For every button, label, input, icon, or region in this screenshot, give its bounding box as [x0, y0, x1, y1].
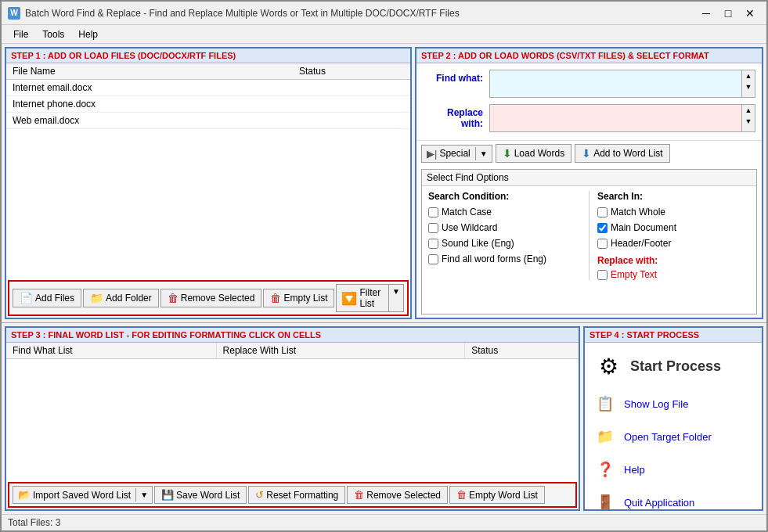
- step3-header: STEP 3 : FINAL WORD LIST - FOR EDITING F…: [6, 328, 579, 343]
- special-main[interactable]: ▶| Special: [422, 146, 475, 162]
- use-wildcard-row: Use Wildcard: [428, 222, 581, 233]
- load-words-button[interactable]: ⬇ Load Words: [496, 144, 571, 163]
- match-case-label: Match Case: [442, 207, 492, 217]
- title-bar-controls: ─ □ ✕: [696, 5, 760, 21]
- file-name-cell: Internet email.docx: [6, 80, 293, 96]
- find-scroll-down[interactable]: ▼: [742, 81, 755, 92]
- find-what-input-wrap: ▲ ▼: [489, 70, 755, 98]
- empty-text-checkbox[interactable]: [597, 270, 608, 280]
- empty-text-label: Empty Text: [611, 269, 657, 280]
- open-target-label: Open Target Folder: [624, 431, 712, 443]
- header-footer-label: Header/Footer: [611, 238, 671, 249]
- status-bar: Total Files: 3: [2, 514, 766, 530]
- match-whole-row: Match Whole: [597, 207, 750, 217]
- import-saved-word-list-button[interactable]: 📂 Import Saved Word List ▼: [13, 486, 153, 504]
- replace-with-row: Replace with: ▲ ▼: [423, 104, 755, 132]
- step2-header: STEP 2 : ADD OR LOAD WORDS (CSV/TXT FILE…: [416, 49, 762, 63]
- special-dropdown-arrow[interactable]: ▼: [475, 147, 492, 160]
- match-whole-label: Match Whole: [611, 207, 665, 217]
- step3-remove-icon: 🗑: [354, 489, 364, 501]
- filter-list-arrow[interactable]: ▼: [388, 285, 403, 311]
- start-process-item[interactable]: ⚙ Start Process: [591, 347, 755, 385]
- find-all-forms-label: Find all word forms (Eng): [442, 253, 546, 264]
- empty-list-button[interactable]: 🗑 Empty List: [263, 289, 334, 307]
- import-dropdown-arrow[interactable]: ▼: [135, 488, 152, 501]
- add-folder-icon: 📁: [90, 292, 103, 304]
- find-scroll-up[interactable]: ▲: [742, 70, 755, 81]
- search-condition-col: Search Condition: Match Case Use Wildcar…: [428, 191, 581, 280]
- quit-icon: 🚪: [593, 490, 618, 515]
- empty-word-list-button[interactable]: 🗑 Empty Word List: [449, 486, 545, 504]
- col-replace-with: Replace With List: [216, 343, 465, 359]
- empty-text-row: Empty Text: [597, 269, 750, 280]
- close-button[interactable]: ✕: [740, 5, 760, 21]
- sound-like-checkbox[interactable]: [428, 239, 438, 249]
- show-log-label: Show Log File: [624, 398, 688, 410]
- find-all-forms-row: Find all word forms (Eng): [428, 253, 581, 264]
- import-main[interactable]: 📂 Import Saved Word List: [13, 487, 135, 503]
- app-icon: W: [8, 7, 20, 20]
- save-word-list-button[interactable]: 💾 Save Word List: [154, 486, 247, 504]
- step3-remove-selected-button[interactable]: 🗑 Remove Selected: [347, 486, 448, 504]
- header-footer-checkbox[interactable]: [597, 239, 608, 249]
- main-doc-row: Main Document: [597, 222, 750, 233]
- file-row[interactable]: Internet phone.docx: [6, 96, 410, 113]
- find-all-forms-checkbox[interactable]: [428, 254, 438, 264]
- find-options-header: Select Find Options: [422, 170, 756, 186]
- match-whole-checkbox[interactable]: [597, 207, 608, 217]
- minimize-button[interactable]: ─: [696, 5, 716, 21]
- open-target-folder-item[interactable]: 📁 Open Target Folder: [591, 421, 755, 452]
- replace-scroll-down[interactable]: ▼: [742, 116, 755, 127]
- file-row[interactable]: Internet email.docx: [6, 80, 410, 96]
- show-log-icon: 📋: [593, 391, 618, 416]
- step4-panel: STEP 4 : START PROCESS ⚙ Start Process 📋…: [583, 326, 763, 511]
- replace-scroll-up[interactable]: ▲: [742, 105, 755, 116]
- replace-scrollbar: ▲ ▼: [742, 104, 755, 132]
- help-label: Help: [624, 464, 645, 476]
- step3-panel: STEP 3 : FINAL WORD LIST - FOR EDITING F…: [5, 326, 580, 511]
- help-item[interactable]: ❓ Help: [591, 454, 755, 485]
- special-button[interactable]: ▶| Special ▼: [421, 145, 492, 163]
- app-window: W Batch Word Find & Replace - Find and R…: [0, 0, 768, 532]
- title-bar: W Batch Word Find & Replace - Find and R…: [2, 2, 766, 25]
- import-icon: 📂: [18, 489, 31, 501]
- file-name-cell: Internet phone.docx: [6, 96, 293, 113]
- add-to-word-list-button[interactable]: ⬇ Add to Word List: [575, 144, 670, 163]
- show-log-file-item[interactable]: 📋 Show Log File: [591, 388, 755, 419]
- step2-toolbar: ▶| Special ▼ ⬇ Load Words ⬇ Add to Word …: [416, 140, 762, 166]
- file-status-cell: [293, 80, 410, 96]
- menu-file[interactable]: File: [6, 27, 35, 42]
- add-folder-button[interactable]: 📁 Add Folder: [83, 289, 159, 307]
- replace-with-label: Replace with:: [423, 104, 489, 129]
- replace-with-input[interactable]: [489, 104, 742, 132]
- filter-icon: 🔽: [341, 291, 357, 306]
- word-table: Find What List Replace With List Status: [6, 343, 579, 480]
- find-options-panel: Select Find Options Search Condition: Ma…: [421, 169, 757, 315]
- empty-word-list-label: Empty Word List: [469, 490, 538, 501]
- reset-formatting-button[interactable]: ↺ Reset Formatting: [248, 486, 345, 504]
- step1-toolbar: 📄 Add Files 📁 Add Folder 🗑 Remove Select…: [8, 280, 409, 316]
- use-wildcard-checkbox[interactable]: [428, 223, 438, 233]
- empty-word-list-icon: 🗑: [456, 489, 467, 501]
- add-files-button[interactable]: 📄 Add Files: [13, 289, 81, 307]
- top-half: STEP 1 : ADD OR LOAD FILES (DOC/DOCX/RTF…: [2, 44, 766, 322]
- find-what-input[interactable]: [489, 70, 742, 98]
- sound-like-row: Sound Like (Eng): [428, 238, 581, 249]
- empty-list-label: Empty List: [283, 293, 327, 304]
- reset-formatting-icon: ↺: [255, 489, 264, 501]
- maximize-button[interactable]: □: [718, 5, 738, 21]
- step4-header: STEP 4 : START PROCESS: [585, 328, 762, 343]
- main-area: STEP 1 : ADD OR LOAD FILES (DOC/DOCX/RTF…: [2, 44, 766, 530]
- file-row[interactable]: Web email.docx: [6, 113, 410, 129]
- search-in-col: Search In: Match Whole Main Document: [597, 191, 750, 280]
- filter-list-button[interactable]: 🔽 Filter List ▼: [336, 284, 404, 312]
- find-what-label: Find what:: [423, 70, 489, 84]
- match-case-checkbox[interactable]: [428, 207, 438, 217]
- main-doc-checkbox[interactable]: [597, 223, 608, 233]
- remove-selected-button[interactable]: 🗑 Remove Selected: [160, 289, 262, 307]
- quit-application-item[interactable]: 🚪 Quit Application: [591, 487, 755, 518]
- menu-help[interactable]: Help: [71, 27, 105, 42]
- search-condition-label: Search Condition:: [428, 191, 581, 202]
- menu-tools[interactable]: Tools: [35, 27, 71, 42]
- filter-list-main[interactable]: 🔽 Filter List: [337, 285, 388, 311]
